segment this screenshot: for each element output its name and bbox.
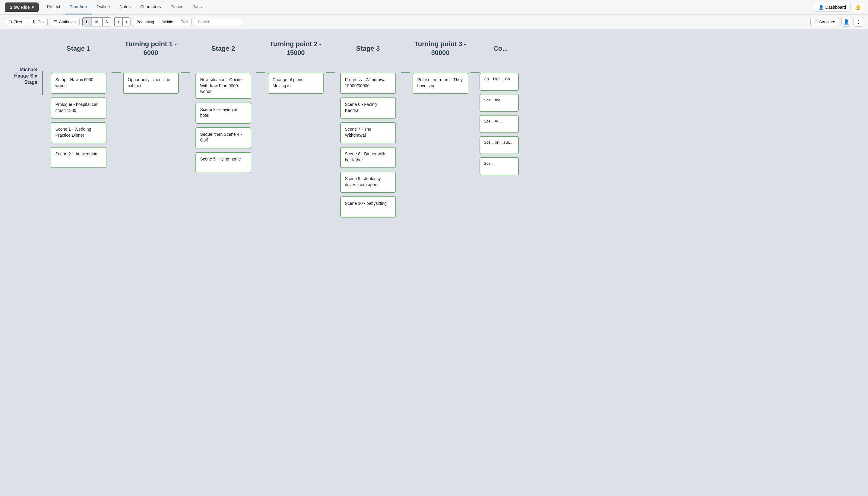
timeline-card[interactable]: Setup - Hawaii 6000 words — [51, 73, 107, 94]
vertical-separator — [42, 71, 43, 95]
cards-column: Setup - Hawaii 6000 wordsPrologue - hosp… — [51, 73, 107, 168]
cards-column: Progress - Withdrawal 15000/30000Scene 6… — [340, 73, 396, 218]
timeline-card[interactable]: Scene 9 - Jealousy drives them apart — [340, 172, 396, 193]
overflow-card[interactable]: Sce... ort... sur... — [479, 136, 519, 154]
timeline-card[interactable]: Scene 1 - Wedding Practice Dinner — [51, 122, 107, 143]
overflow-card[interactable]: Sce... — [479, 157, 519, 175]
connector — [112, 36, 121, 73]
turning-col: Turning point 3 - 30000Point of no retur… — [410, 36, 471, 94]
turning-header: Turning point 1 - 6000 — [121, 36, 181, 61]
main-area: Michael Hauge Six Stage Stage 1Setup - H… — [0, 29, 868, 496]
attributes-icon: ☰ — [54, 20, 58, 24]
dashboard-icon: 👤 — [819, 5, 824, 10]
nav-right: 👤 Dashboard 🔔 — [814, 2, 864, 12]
size-s-button[interactable]: S — [102, 17, 111, 26]
timeline-card[interactable]: Scene 10 - babysitting — [340, 197, 396, 218]
timeline-card[interactable]: Scene 2 - the wedding — [51, 147, 107, 168]
timeline-card[interactable]: Sequel then Scene 4 - Golf — [195, 127, 251, 149]
filter-button[interactable]: ⊟ Filter — [5, 18, 26, 26]
timeline-card[interactable]: Prologue - hospital car crash 1330 — [51, 97, 107, 119]
timeline-card[interactable]: Progress - Withdrawal 15000/30000 — [340, 73, 396, 94]
timeline-card[interactable]: Scene 5 - flying home — [195, 152, 251, 173]
structure-label: Structure — [819, 20, 835, 24]
row-label: Michael Hauge Six Stage — [6, 36, 42, 86]
flip-label: Flip — [37, 20, 44, 24]
nav-link-project[interactable]: Project — [42, 0, 65, 15]
nav-arrows: ‹ › — [114, 17, 131, 27]
turning-col: Turning point 1 - 6000Opportunity - medi… — [121, 36, 181, 94]
overflow-col: Co...Co... high... Co... wo...Sce... the… — [479, 36, 522, 178]
overflow-card[interactable]: Co... high... Co... wo... — [479, 73, 519, 91]
notification-button[interactable]: 🔔 — [853, 2, 863, 12]
structure-button[interactable]: ⊞ Structure — [810, 18, 839, 26]
stage-header: Stage 2 — [211, 36, 235, 61]
attributes-button[interactable]: ☰ Attributes — [50, 18, 80, 26]
search-input[interactable] — [194, 18, 242, 26]
prev-arrow-button[interactable]: ‹ — [114, 17, 122, 26]
nav-link-tags[interactable]: Tags — [188, 0, 207, 15]
timeline-card[interactable]: Scene 6 - Facing Kendra — [340, 97, 396, 119]
toolbar: ⊟ Filter ⇅ Flip ☰ Attributes L M S ‹ › B… — [0, 15, 868, 29]
filter-label: Filter — [14, 20, 22, 24]
stage-col: Stage 3Progress - Withdrawal 15000/30000… — [335, 36, 401, 218]
section-group: Beginning Middle End — [133, 18, 191, 26]
connector — [401, 36, 410, 73]
timeline-card[interactable]: Scene 3 - staying at hotel — [195, 103, 251, 124]
structure-icon: ⊞ — [814, 20, 818, 24]
section-end-button[interactable]: End — [177, 18, 191, 26]
dashboard-button[interactable]: 👤 Dashboard — [814, 3, 851, 12]
nav-link-outline[interactable]: Outline — [92, 0, 115, 15]
connector — [256, 36, 265, 73]
row-label-text: Michael Hauge Six Stage — [6, 67, 37, 86]
size-l-button[interactable]: L — [82, 17, 92, 26]
person-button[interactable]: 👤 — [841, 17, 851, 27]
stage-header: Stage 3 — [356, 36, 380, 61]
nav-link-notes[interactable]: Notes — [115, 0, 136, 15]
turning-card[interactable]: Point of no return - They have sex — [413, 73, 468, 94]
person-icon: 👤 — [843, 19, 849, 25]
turning-header: Turning point 2 - 15000 — [265, 36, 326, 61]
app-title-label: Slow Ride — [10, 5, 30, 10]
flip-icon: ⇅ — [33, 20, 36, 24]
section-beginning-button[interactable]: Beginning — [133, 18, 158, 26]
filter-icon: ⊟ — [9, 20, 12, 24]
size-m-button[interactable]: M — [92, 17, 102, 26]
connector — [471, 36, 479, 73]
stage-col: Stage 1Setup - Hawaii 6000 wordsPrologue… — [45, 36, 112, 168]
turning-header: Turning point 3 - 30000 — [410, 36, 471, 61]
cards-column: New situation - Opiate Withdraw Plan 900… — [195, 73, 251, 173]
turning-card[interactable]: Change of plans - Moving in — [268, 73, 323, 94]
timeline-card[interactable]: New situation - Opiate Withdraw Plan 900… — [195, 73, 251, 99]
nav-link-characters[interactable]: Characters — [136, 0, 165, 15]
connector — [326, 36, 335, 73]
stages-area: Stage 1Setup - Hawaii 6000 wordsPrologue… — [45, 36, 522, 218]
top-nav: Slow Ride ▾ ProjectTimelineOutlineNotesC… — [0, 0, 868, 15]
timeline-card[interactable]: Scene 8 - Dinner with her father — [340, 147, 396, 168]
stage-col: Stage 2New situation - Opiate Withdraw P… — [190, 36, 256, 173]
turning-card[interactable]: Opportunity - medicine cabinet — [123, 73, 179, 94]
more-icon: ⋮ — [856, 19, 861, 25]
app-title-button[interactable]: Slow Ride ▾ — [5, 2, 38, 12]
more-button[interactable]: ⋮ — [853, 17, 863, 27]
next-arrow-button[interactable]: › — [123, 17, 130, 26]
flip-button[interactable]: ⇅ Flip — [29, 18, 48, 26]
notification-icon: 🔔 — [855, 4, 861, 10]
stage-header: Stage 1 — [67, 36, 90, 61]
timeline-card[interactable]: Scene 7 - The Withdrawal — [340, 122, 396, 143]
nav-link-timeline[interactable]: Timeline — [65, 0, 92, 15]
overflow-card[interactable]: Sce... the... — [479, 94, 519, 112]
nav-link-places[interactable]: Places — [165, 0, 188, 15]
overflow-card[interactable]: Sce... Au... — [479, 115, 519, 133]
connector — [181, 36, 190, 73]
app-title-arrow: ▾ — [32, 5, 34, 10]
dashboard-label: Dashboard — [825, 5, 846, 10]
timeline-container: Michael Hauge Six Stage Stage 1Setup - H… — [0, 36, 868, 218]
section-middle-button[interactable]: Middle — [158, 18, 177, 26]
turning-col: Turning point 2 - 15000Change of plans -… — [265, 36, 326, 94]
nav-links: ProjectTimelineOutlineNotesCharactersPla… — [42, 0, 814, 15]
attributes-label: Attributes — [59, 20, 76, 24]
size-group: L M S — [82, 17, 111, 27]
overflow-header: Co... — [479, 36, 522, 61]
